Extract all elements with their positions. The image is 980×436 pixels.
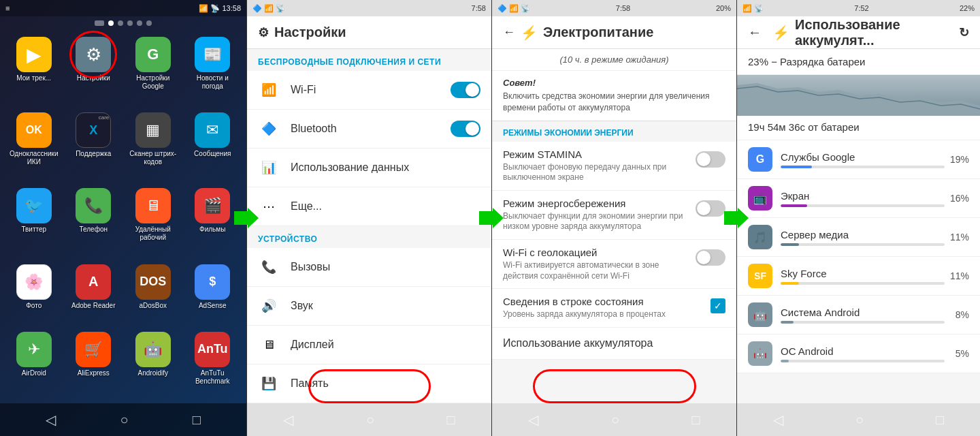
app-settings[interactable]: ⚙ Настройки [65,33,122,106]
dot-3 [137,20,142,26]
os-android-info: OC Android [781,345,945,362]
google-services-bar [781,166,945,168]
dot-active [108,20,114,26]
power-home[interactable]: ○ [611,412,619,428]
app-adsense[interactable]: $ AdSense [184,260,242,325]
app-airdroid[interactable]: ✈ AirDroid [5,328,63,401]
menu-icon: ≡ [5,4,10,12]
stamina-item[interactable]: Режим STAMINA Выключает фоновую передачу… [492,142,736,191]
sky-force-icon: SF [748,264,772,288]
app-odnoklassniki[interactable]: OK Одноклассники ИКИ [5,108,63,181]
memory-item[interactable]: 💾 Память [247,364,491,403]
status-bar-item[interactable]: Сведения в строке состояния Уровень заря… [492,289,736,328]
bluetooth-item[interactable]: 🔷 Bluetooth [247,110,491,149]
sound-item[interactable]: 🔊 Звук [247,287,491,326]
wifi-toggle[interactable] [451,82,480,98]
settings-status-icons: 🔷 📶 📡 [252,4,285,13]
google-services-name: Службы Google [781,151,945,163]
energy-save-toggle[interactable] [696,200,725,217]
app-aliexpress[interactable]: 🛒 AliExpress [65,328,122,401]
settings-recents[interactable]: □ [447,412,455,428]
home-screen: ≡ 📶 📡 13:58 ▶ Мои трек... [0,0,246,436]
stamina-toggle[interactable] [696,151,725,168]
battery-back-icon[interactable]: ← [748,25,762,40]
wifi-geo-item[interactable]: Wi-Fi с геолокацией Wi-Fi активируется а… [492,240,736,289]
battery-usage-item[interactable]: Использование аккумулятора [492,328,736,360]
power-recents[interactable]: □ [692,412,700,428]
dot-2 [127,20,133,26]
app-news[interactable]: 📰 Новости и погода [184,33,242,106]
app-barcode[interactable]: ▦ Сканер штрих-кодов [125,108,182,181]
app-messages[interactable]: ✉ Сообщения [184,108,242,181]
energy-save-text: Режим энергосбережения Выключает функции… [503,198,687,232]
data-usage-label: Использование данных [291,161,480,174]
bluetooth-label: Bluetooth [291,123,451,135]
settings-title: ⚙ Настройки [258,25,346,40]
wifi-icon: 📶 [258,79,280,101]
app-androidify[interactable]: 🤖 Androidify [125,328,182,401]
home-button[interactable]: ○ [120,412,128,428]
battery-app-android-system[interactable]: 🤖 Система Android 8% [737,296,980,334]
battery-app-sky-force[interactable]: SF Sky Force 11% [737,257,980,296]
home-screen-panel: ≡ 📶 📡 13:58 ▶ Мои трек... [0,0,246,436]
settings-nav-bar: ◁ ○ □ [247,403,491,436]
battery-recents[interactable]: □ [936,412,944,428]
app-phone[interactable]: 📞 Телефон [65,184,122,257]
sky-force-bar [781,282,945,285]
device-section-header: УСТРОЙСТВО [247,226,491,248]
media-server-icon: 🎵 [748,225,772,249]
status-bar-text: Сведения в строке состояния Уровень заря… [503,296,702,320]
recents-button[interactable]: □ [193,412,201,428]
settings-back[interactable]: ◁ [283,411,293,428]
status-bar-checkbox[interactable]: ✓ [710,298,725,313]
battery-back[interactable]: ◁ [773,411,783,428]
more-icon: ⋯ [258,196,280,217]
back-button[interactable]: ◁ [46,411,56,428]
screen-name: Экран [781,190,945,202]
android-system-bar [781,321,945,324]
app-antutu[interactable]: AnTu AnTuTu Benchmark [184,328,242,401]
power-back[interactable]: ◁ [528,411,538,428]
display-item[interactable]: 🖥 Дисплей [247,326,491,364]
android-system-pct: 8% [945,309,969,320]
app-photo[interactable]: 🌸 Фото [5,260,63,325]
battery-title: ← ⚡ Использование аккумулят... ↻ [748,17,969,48]
app-movies[interactable]: 🎬 Фильмы [184,184,242,257]
back-icon[interactable]: ← [503,25,515,40]
battery-app-screen[interactable]: 📺 Экран 16% [737,179,980,218]
power-nav-bar: ◁ ○ □ [492,403,736,436]
battery-title-icon: ⚡ [772,25,789,41]
calls-item[interactable]: 📞 Вызовы [247,248,491,287]
android-system-icon: 🤖 [748,302,772,327]
app-mytrack[interactable]: ▶ Мои трек... [5,33,63,106]
battery-app-media-server[interactable]: 🎵 Сервер медиа 11% [737,218,980,257]
app-adobe[interactable]: A Adobe Reader [65,260,122,325]
app-remote[interactable]: 🖥 Удалённый рабочий [125,184,182,257]
app-google-settings[interactable]: G Настройки Google [125,33,182,106]
refresh-icon[interactable]: ↻ [959,25,969,40]
battery-home[interactable]: ○ [855,412,864,428]
stamina-title: Режим STAMINA [503,149,687,160]
display-icon: 🖥 [258,334,280,356]
energy-save-item[interactable]: Режим энергосбережения Выключает функции… [492,191,736,240]
wifi-geo-toggle[interactable] [696,249,725,266]
battery-app-os-android[interactable]: 🤖 OC Android 5% [737,334,980,373]
dot-lines [95,20,104,26]
memory-label: Память [291,377,480,390]
settings-content: БЕСПРОВОДНЫЕ ПОДКЛЮЧЕНИЯ И СЕТИ 📶 Wi-Fi … [247,49,491,403]
app-dosbox[interactable]: DOS aDosBox [125,260,182,325]
data-usage-item[interactable]: 📊 Использование данных [247,149,491,187]
settings-home[interactable]: ○ [366,412,374,428]
wifi-item[interactable]: 📶 Wi-Fi [247,71,491,110]
tip-text: Включить средства экономии энергии для у… [503,91,725,114]
app-support[interactable]: X care Поддержка [65,108,122,181]
more-item[interactable]: ⋯ Еще... [247,187,491,226]
stamina-desc: Выключает фоновую передачу данных при вы… [503,162,687,183]
battery-chart [737,75,980,116]
power-top-text: (10 ч. в режиме ожидания) [492,49,736,71]
wifi-geo-desc: Wi-Fi активируется автоматически в зоне … [503,260,687,281]
app-twitter[interactable]: 🐦 Твиттер [5,184,63,257]
battery-app-google-services[interactable]: G Службы Google 19% [737,140,980,179]
sky-force-info: Sky Force [781,268,945,285]
bluetooth-toggle[interactable] [451,121,480,137]
